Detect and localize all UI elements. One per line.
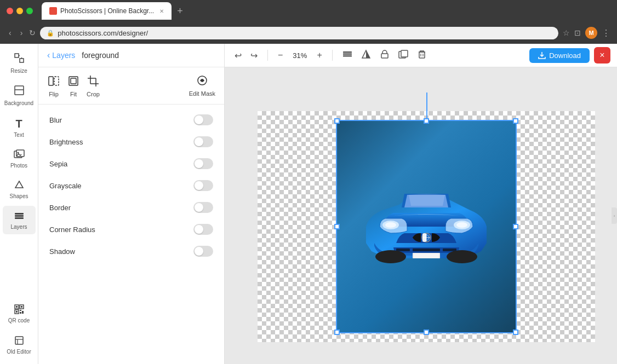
sidebar-label-shapes: Shapes (10, 193, 28, 199)
filter-row-border: Border (38, 197, 224, 218)
sidebar-item-layers[interactable]: Layers (3, 206, 36, 234)
opacity-button[interactable] (358, 47, 374, 63)
sidebar-label-resize: Resize (10, 68, 27, 74)
background-icon (14, 85, 25, 99)
text-icon: T (15, 118, 22, 130)
layer-panel: ‹ Layers foreground Flip Fit (38, 44, 225, 364)
duplicate-button[interactable] (395, 47, 412, 63)
download-button[interactable]: Download (529, 48, 590, 63)
layers-button[interactable] (339, 47, 356, 63)
filter-row-sepia: Sepia (38, 153, 224, 175)
panel-collapse-handle[interactable]: › (612, 207, 617, 224)
handle-bottom-right[interactable] (513, 330, 518, 335)
filter-label-border: Border (49, 204, 71, 212)
sidebar-item-resize[interactable]: Resize (3, 48, 36, 78)
filter-toggle-sepia[interactable] (193, 158, 213, 169)
filter-row-blur: Blur (38, 109, 224, 131)
active-tab[interactable]: PhotoScissors | Online Backgr... ✕ (42, 2, 172, 20)
toolbar-separator-1 (267, 50, 268, 61)
browser-menu-button[interactable]: ⋮ (602, 28, 610, 38)
redo-button[interactable]: ↪ (247, 48, 261, 63)
handle-bottom-left[interactable] (334, 330, 340, 335)
filter-row-brightness: Brightness (38, 131, 224, 153)
crop-icon (87, 74, 100, 89)
close-window-button[interactable] (7, 8, 13, 14)
filter-label-sepia: Sepia (49, 160, 67, 168)
zoom-in-button[interactable]: + (313, 48, 325, 62)
sidebar-item-qr-code[interactable]: QR code (3, 299, 36, 328)
browser-chrome: PhotoScissors | Online Backgr... ✕ + ‹ ›… (0, 0, 617, 44)
minimize-window-button[interactable] (16, 8, 23, 14)
lock-button[interactable] (376, 47, 393, 63)
handle-top-middle[interactable] (424, 118, 429, 124)
svg-rect-25 (49, 77, 53, 85)
profile-button[interactable]: M (585, 27, 597, 39)
app-container: Resize Background T Text Photos Shapes (0, 44, 617, 364)
bookmark-icon[interactable]: ☆ (563, 28, 570, 37)
old-editor-icon (14, 335, 25, 347)
top-handle-line (426, 93, 427, 120)
handle-top-right[interactable] (513, 118, 518, 124)
filter-toggle-blur[interactable] (193, 114, 213, 125)
filter-label-blur: Blur (49, 116, 62, 124)
browser-titlebar: PhotoScissors | Online Backgr... ✕ + (0, 0, 617, 22)
svg-rect-16 (16, 306, 18, 308)
resize-icon (14, 53, 25, 66)
tab-favicon (49, 7, 57, 15)
svg-rect-10 (15, 213, 24, 215)
zoom-out-button[interactable]: − (275, 48, 286, 62)
refresh-button[interactable]: ↻ (29, 28, 36, 37)
close-editor-button[interactable]: × (594, 47, 610, 63)
flip-tool[interactable]: Flip (47, 74, 60, 97)
filter-toggle-brightness[interactable] (193, 136, 213, 147)
maximize-window-button[interactable] (26, 8, 33, 14)
filter-toggle-border[interactable] (193, 202, 213, 213)
edit-mask-icon (196, 74, 209, 88)
delete-button[interactable] (414, 47, 430, 63)
handle-middle-left[interactable] (334, 224, 340, 229)
flip-label: Flip (49, 91, 59, 97)
crop-tool[interactable]: Crop (87, 74, 100, 97)
undo-button[interactable]: ↩ (231, 48, 245, 63)
sidebar: Resize Background T Text Photos Shapes (0, 44, 38, 364)
close-icon: × (599, 50, 604, 60)
image-container[interactable] (336, 120, 517, 333)
svg-rect-20 (22, 311, 24, 314)
sidebar-item-old-editor[interactable]: Old Editor (3, 331, 36, 360)
tab-close-button[interactable]: ✕ (159, 8, 164, 14)
handle-middle-right[interactable] (513, 224, 518, 229)
sidebar-label-background: Background (4, 100, 33, 107)
sidebar-item-shapes[interactable]: Shapes (3, 175, 36, 204)
svg-rect-34 (343, 51, 352, 53)
fit-tool[interactable]: Fit (67, 74, 80, 97)
svg-rect-26 (54, 77, 59, 85)
toolbar-separator-2 (332, 50, 333, 61)
panel-header: ‹ Layers foreground (38, 44, 224, 67)
svg-rect-28 (71, 78, 76, 84)
address-bar[interactable]: 🔒 photoscissors.com/designer/ (40, 27, 558, 39)
sidebar-item-background[interactable]: Background (3, 80, 36, 111)
filters-panel: BlurBrightnessSepiaGrayscaleBorderCorner… (38, 105, 224, 364)
layers-icon (14, 210, 25, 222)
sidebar-label-photos: Photos (10, 163, 27, 169)
new-tab-button[interactable]: + (174, 4, 186, 18)
svg-rect-0 (15, 54, 19, 57)
edit-mask-tool[interactable]: Edit Mask (189, 74, 215, 97)
zoom-group: − 31% + (275, 48, 325, 62)
handle-top-left[interactable] (334, 118, 340, 124)
fit-label: Fit (70, 91, 77, 97)
handle-bottom-middle[interactable] (424, 330, 429, 335)
back-navigation-button[interactable]: ‹ (7, 27, 14, 38)
forward-navigation-button[interactable]: › (18, 27, 25, 38)
back-to-layers-button[interactable]: ‹ Layers (47, 50, 75, 60)
sidebar-item-photos[interactable]: Photos (3, 145, 36, 173)
filter-toggle-grayscale[interactable] (193, 180, 213, 191)
sidebar-item-text[interactable]: T Text (3, 113, 36, 142)
svg-rect-36 (343, 55, 352, 57)
tab-overview-button[interactable]: ⊡ (574, 28, 581, 37)
filter-toggle-corner_radius[interactable] (193, 224, 213, 235)
filter-toggle-shadow[interactable] (193, 246, 213, 257)
layer-actions-group (339, 47, 430, 63)
sidebar-label-qr-code: QR code (8, 317, 30, 324)
canvas-wrapper[interactable]: › (225, 67, 617, 364)
